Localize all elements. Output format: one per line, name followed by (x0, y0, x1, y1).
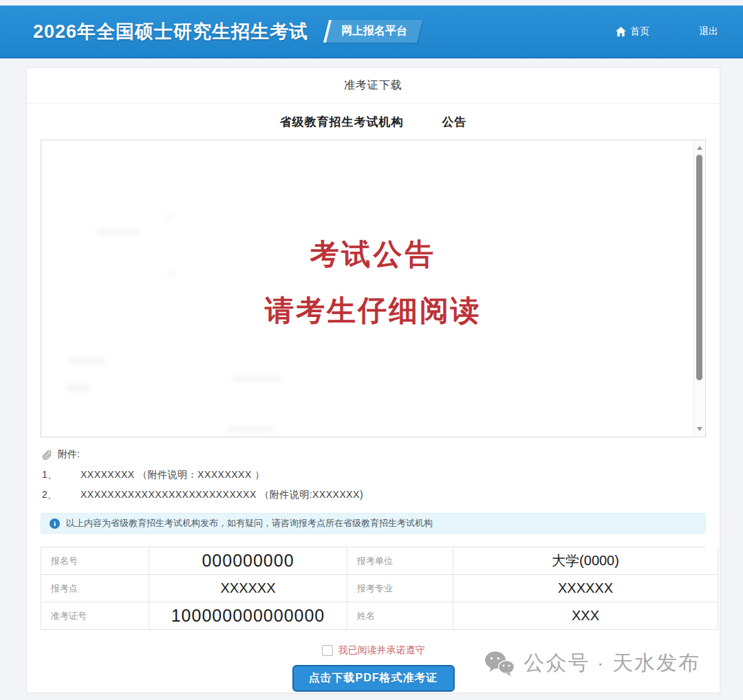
field-value-target-institution: 大学(0000) (453, 547, 718, 575)
nav-home-link[interactable]: 首页 (616, 25, 649, 38)
header-nav: 首页 退出 (616, 25, 718, 38)
main-card: 准考证下载 省级教育招生考试机构 公告 考试公告 请考生仔细阅读 (26, 67, 720, 693)
attachment-item: 1、 XXXXXXXX （附件说明：XXXXXXXX ） (42, 468, 704, 482)
download-pdf-button[interactable]: 点击下载PDF格式准考证 (292, 665, 455, 692)
info-tip-bar: i 以上内容为省级教育招生考试机构发布，如有疑问，请咨询报考点所在省级教育招生考… (41, 513, 706, 534)
redacted-smudge (66, 384, 91, 391)
redacted-smudge (166, 215, 173, 219)
redacted-smudge (168, 271, 175, 276)
nav-logout-link[interactable]: 退出 (699, 25, 718, 38)
field-label-reg-number: 报名号 (41, 547, 149, 575)
wechat-icon (484, 650, 515, 677)
attachment-index: 2、 (42, 489, 61, 501)
platform-badge-label: 网上报名平台 (341, 24, 407, 39)
notice-heading-suffix: 公告 (442, 114, 467, 130)
platform-badge: 网上报名平台 (323, 20, 422, 43)
arrow-up-icon (697, 146, 702, 150)
field-label-exam-site: 报考点 (41, 575, 149, 602)
attachment-link[interactable]: XXXXXXXXXXXXXXXXXXXXXXXXXX （附件说明:XXXXXXX… (80, 489, 363, 501)
field-label-major: 报考专业 (347, 575, 453, 602)
page-title-row: 准考证下载 (27, 68, 720, 104)
redacted-smudge (69, 357, 105, 364)
consent-label[interactable]: 我已阅读并承诺遵守 (338, 644, 425, 657)
scroll-down-button[interactable] (694, 424, 705, 435)
info-tip-text: 以上内容为省级教育招生考试机构发布，如有疑问，请咨询报考点所在省级教育招生考试机… (66, 517, 433, 529)
announcement-content: 考试公告 请考生仔细阅读 (41, 140, 705, 330)
field-value-admission-ticket-number: 100000000000000 (149, 602, 347, 630)
announcement-banner-line2: 请考生仔细阅读 (265, 292, 482, 330)
field-label-admission-ticket-number: 准考证号 (41, 602, 149, 630)
redacted-smudge (233, 375, 281, 382)
redacted-smudge (228, 426, 274, 433)
scrollbar-thumb[interactable] (696, 155, 702, 380)
field-label-target-institution: 报考单位 (347, 547, 453, 575)
attachment-link[interactable]: XXXXXXXX （附件说明：XXXXXXXX ） (80, 469, 265, 481)
field-value-name: XXX (453, 602, 718, 630)
notice-org-heading: 省级教育招生考试机构 (280, 114, 404, 130)
field-value-exam-site: XXXXXX (149, 575, 347, 602)
nav-home-label: 首页 (630, 25, 649, 38)
app-title: 2026年全国硕士研究生招生考试 (33, 19, 308, 44)
attachments-section: 附件: 1、 XXXXXXXX （附件说明：XXXXXXXX ） 2、 XXXX… (42, 447, 704, 502)
consent-checkbox[interactable] (322, 645, 333, 656)
scroll-up-button[interactable] (694, 142, 705, 153)
field-value-major: XXXXXX (453, 575, 718, 602)
field-label-name: 姓名 (347, 602, 453, 630)
app-header: 2026年全国硕士研究生招生考试 网上报名平台 首页 退出 (0, 6, 743, 58)
attachment-index: 1、 (42, 469, 61, 481)
notice-heading-row: 省级教育招生考试机构 公告 (27, 104, 720, 140)
announcement-banner-line1: 考试公告 (310, 235, 437, 274)
redacted-smudge (96, 228, 139, 235)
nav-logout-label: 退出 (699, 25, 718, 38)
paperclip-icon (42, 450, 52, 460)
announcement-scrollbox[interactable]: 考试公告 请考生仔细阅读 (41, 140, 706, 437)
arrow-down-icon (697, 427, 702, 431)
field-value-reg-number: 000000000 (149, 547, 347, 575)
page-title: 准考证下载 (344, 78, 402, 93)
info-icon: i (50, 518, 60, 529)
attachment-item: 2、 XXXXXXXXXXXXXXXXXXXXXXXXXX （附件说明:XXXX… (42, 488, 704, 502)
candidate-details-table: 报名号 000000000 报考单位 大学(0000) 报考点 XXXXXX 报… (41, 547, 706, 630)
attachments-header: 附件: (42, 447, 704, 462)
scrollbar[interactable] (693, 141, 704, 436)
attachments-label: 附件: (58, 448, 80, 461)
watermark: 公众号 · 天水发布 (484, 649, 700, 677)
home-icon (616, 27, 626, 36)
watermark-text: 公众号 · 天水发布 (524, 649, 700, 677)
